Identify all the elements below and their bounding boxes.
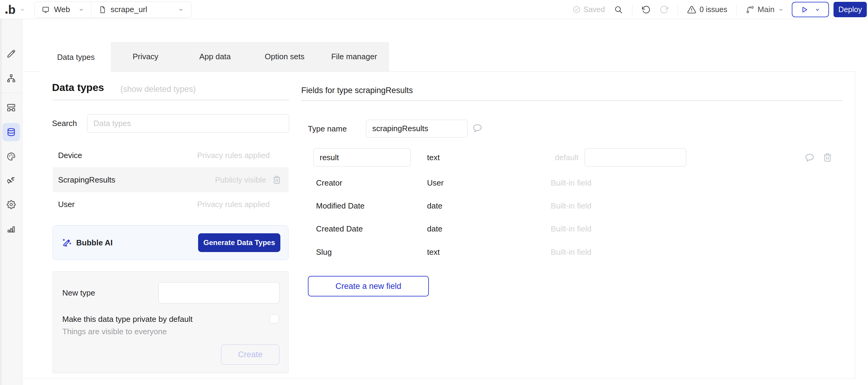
data-section-tabs: Data types Privacy App data Option sets … <box>41 42 389 71</box>
tab-file-manager[interactable]: File manager <box>319 42 389 71</box>
type-name-input[interactable] <box>366 120 468 137</box>
tab-label: File manager <box>331 52 377 61</box>
plugins-plug-icon[interactable] <box>7 176 16 185</box>
redo-icon[interactable] <box>660 5 669 14</box>
search-label: Search <box>52 119 77 127</box>
field-type-value: date <box>427 225 442 233</box>
private-by-default-checkbox[interactable] <box>270 314 279 323</box>
page-file-icon <box>99 6 106 13</box>
data-type-row[interactable]: Device Privacy rules applied <box>53 143 288 167</box>
settings-gear-icon[interactable] <box>7 200 16 209</box>
pencil-icon[interactable] <box>7 49 16 58</box>
fields-panel-divider <box>301 100 842 101</box>
field-comment-bubble-icon[interactable] <box>804 152 815 163</box>
field-type-value: date <box>427 202 442 210</box>
check-circle-icon <box>572 5 581 13</box>
tab-data-types[interactable]: Data types <box>41 42 111 72</box>
toolbar-divider <box>678 4 678 15</box>
magic-wand-icon <box>62 238 72 248</box>
tab-label: Privacy <box>132 52 158 61</box>
app-menu-chevron-down-icon[interactable] <box>19 7 25 13</box>
type-comment-bubble-icon[interactable] <box>472 123 483 134</box>
tab-label: App data <box>199 52 231 61</box>
type-name-label: Type name <box>308 125 347 133</box>
database-icon[interactable] <box>7 128 16 137</box>
data-type-status: Publicly visible <box>215 175 266 185</box>
default-label: default <box>541 154 579 161</box>
create-new-field-button[interactable]: Create a new field <box>308 276 429 296</box>
private-by-default-label: Make this data type private by default <box>62 315 193 323</box>
data-type-name: User <box>53 200 75 209</box>
field-name: Slug <box>316 248 332 256</box>
search-input[interactable] <box>87 114 289 133</box>
builtin-field-note: Built-in field <box>551 248 591 256</box>
new-type-card: New type Make this data type private by … <box>53 271 288 373</box>
new-type-name-input[interactable] <box>158 282 279 303</box>
data-type-status: Privacy rules applied <box>197 151 288 160</box>
show-deleted-types-link[interactable]: (show deleted types) <box>120 85 196 93</box>
branch-selector[interactable]: Main <box>746 5 784 14</box>
field-type-value: User <box>427 179 444 187</box>
fields-panel-title: Fields for type scrapingResults <box>301 87 413 95</box>
generate-data-types-button[interactable]: Generate Data Types <box>198 233 280 252</box>
branch-label: Main <box>757 5 775 14</box>
bubble-ai-label: Bubble AI <box>76 238 113 248</box>
backend-workflows-icon[interactable] <box>7 103 16 112</box>
page-chevron-down-icon <box>170 7 184 13</box>
field-name: Modified Date <box>316 202 365 210</box>
logs-chart-icon[interactable] <box>7 224 16 233</box>
tab-privacy[interactable]: Privacy <box>111 42 180 71</box>
monitor-icon <box>41 5 50 14</box>
bubble-logo-letter: b <box>8 4 15 16</box>
builtin-field-note: Built-in field <box>551 225 591 233</box>
left-panel-divider <box>52 100 289 100</box>
field-type-value: text <box>427 248 440 256</box>
styles-palette-icon[interactable] <box>7 152 16 161</box>
top-toolbar: b Web scra <box>0 0 868 19</box>
tab-app-data[interactable]: App data <box>180 42 250 71</box>
tab-option-sets[interactable]: Option sets <box>250 42 319 71</box>
bubble-logo[interactable]: b <box>5 4 15 16</box>
undo-icon[interactable] <box>642 5 651 14</box>
bubble-editor-window: b Web scra <box>0 0 868 385</box>
save-status-label: Saved <box>583 5 605 14</box>
page-dropdown[interactable]: scrape_url <box>91 2 191 18</box>
branch-chevron-down-icon <box>778 7 784 13</box>
data-type-row-selected[interactable]: ScrapingResults Publicly visible <box>53 167 288 192</box>
tab-label: Option sets <box>265 52 305 61</box>
search-icon[interactable] <box>614 5 623 14</box>
preview-chevron-down-icon <box>814 7 820 13</box>
create-type-button[interactable]: Create <box>221 345 279 365</box>
field-name: Creator <box>316 179 342 187</box>
play-icon <box>801 6 808 13</box>
left-icon-sidebar <box>0 19 22 385</box>
tab-label: Data types <box>57 53 95 62</box>
page-label: scrape_url <box>111 5 147 14</box>
bubble-logo-dot <box>5 11 7 13</box>
save-status: Saved <box>572 5 605 14</box>
platform-page-switcher: Web scrape_url <box>34 1 191 18</box>
workflow-icon[interactable] <box>7 74 16 83</box>
data-type-name: Device <box>53 151 82 160</box>
toolbar-divider <box>632 4 632 15</box>
bubble-ai-card: Bubble AI Generate Data Types <box>53 225 288 260</box>
preview-button[interactable] <box>792 2 829 17</box>
data-type-row[interactable]: User Privacy rules applied <box>53 192 288 216</box>
private-hint-text: Things are visible to everyone <box>62 328 167 335</box>
deploy-button[interactable]: Deploy <box>834 2 867 17</box>
new-type-label: New type <box>62 289 95 297</box>
page-title: Data types <box>52 82 104 93</box>
builtin-field-note: Built-in field <box>551 202 591 210</box>
field-default-input[interactable] <box>585 149 686 166</box>
field-name: Created Date <box>316 225 363 233</box>
sidebar-divider <box>0 93 22 93</box>
git-branch-icon <box>746 5 754 14</box>
field-trash-icon[interactable] <box>823 153 832 162</box>
field-name-input[interactable] <box>313 149 411 166</box>
issues-indicator[interactable]: 0 issues <box>687 5 727 14</box>
builtin-field-note: Built-in field <box>551 179 591 187</box>
platform-chevron-down-icon <box>78 7 84 13</box>
data-type-status: Privacy rules applied <box>197 200 288 209</box>
delete-type-trash-icon[interactable] <box>272 175 281 184</box>
platform-dropdown[interactable]: Web <box>35 2 91 18</box>
